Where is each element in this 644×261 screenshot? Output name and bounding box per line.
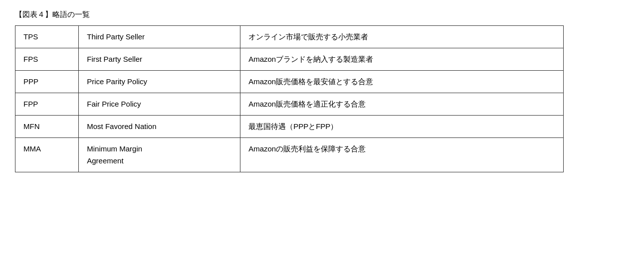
cell-abbr: FPP <box>15 93 79 116</box>
cell-abbr: MFN <box>15 116 79 138</box>
cell-description: Amazonの販売利益を保障する合意 <box>240 138 564 172</box>
cell-full: Price Parity Policy <box>79 71 240 93</box>
cell-description: Amazonブランドを納入する製造業者 <box>240 48 564 71</box>
cell-description: Amazon販売価格を適正化する合意 <box>240 93 564 116</box>
cell-abbr: FPS <box>15 48 79 71</box>
figure-title: 【図表４】略語の一覧 <box>15 10 629 19</box>
table-row: FPPFair Price PolicyAmazon販売価格を適正化する合意 <box>15 93 564 116</box>
cell-abbr: MMA <box>15 138 79 172</box>
table-row: PPPPrice Parity PolicyAmazon販売価格を最安値とする合… <box>15 71 564 93</box>
cell-description: オンライン市場で販売する小売業者 <box>240 26 564 48</box>
cell-description: 最恵国待遇（PPPとFPP） <box>240 116 564 138</box>
cell-full: Third Party Seller <box>79 26 240 48</box>
table-row: FPSFirst Party SellerAmazonブランドを納入する製造業者 <box>15 48 564 71</box>
cell-abbr: TPS <box>15 26 79 48</box>
cell-full: Minimum MarginAgreement <box>79 138 240 172</box>
page-container: 【図表４】略語の一覧 TPSThird Party Sellerオンライン市場で… <box>15 10 629 172</box>
abbreviation-table: TPSThird Party Sellerオンライン市場で販売する小売業者FPS… <box>15 25 564 172</box>
cell-abbr: PPP <box>15 71 79 93</box>
cell-description: Amazon販売価格を最安値とする合意 <box>240 71 564 93</box>
cell-full: Fair Price Policy <box>79 93 240 116</box>
cell-full: Most Favored Nation <box>79 116 240 138</box>
cell-full: First Party Seller <box>79 48 240 71</box>
table-row: MMAMinimum MarginAgreementAmazonの販売利益を保障… <box>15 138 564 172</box>
table-row: TPSThird Party Sellerオンライン市場で販売する小売業者 <box>15 26 564 48</box>
table-row: MFNMost Favored Nation最恵国待遇（PPPとFPP） <box>15 116 564 138</box>
